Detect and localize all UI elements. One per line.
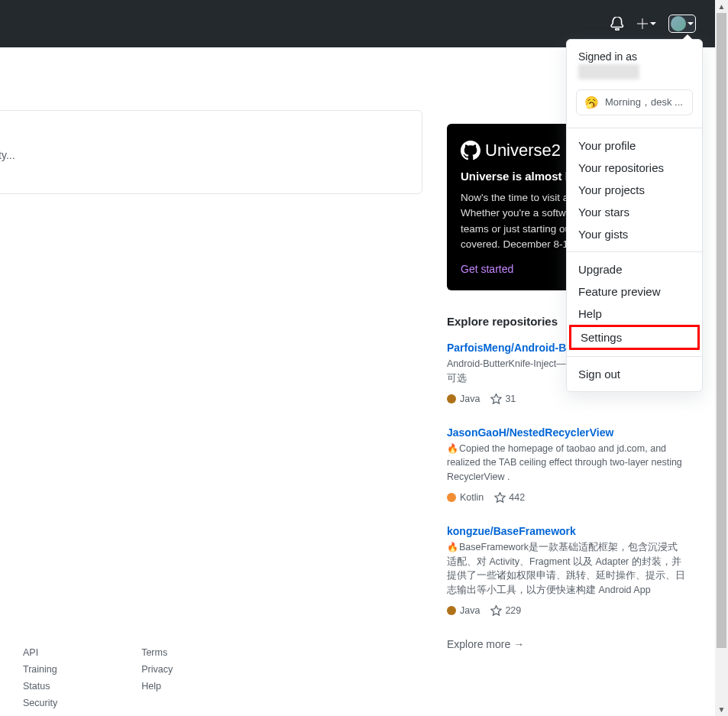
footer-link-training[interactable]: Training [23, 664, 57, 675]
repo-language: Java [447, 605, 480, 616]
caret-down-icon [650, 22, 656, 25]
dropdown-item-your-projects[interactable]: Your projects [567, 179, 702, 201]
caret-down-icon [688, 22, 694, 25]
notifications-icon[interactable] [610, 17, 624, 31]
activity-placeholder: tivity... [0, 149, 15, 161]
vertical-scrollbar[interactable]: ▲ ▼ [715, 0, 728, 716]
star-icon [490, 394, 502, 405]
user-dropdown-menu: Signed in as 🥱 Morning，desk ... Your pro… [566, 39, 703, 392]
repo-name-link[interactable]: ParfoisMeng/Android-Bu [447, 342, 573, 354]
dropdown-item-help[interactable]: Help [567, 303, 702, 325]
dropdown-item-upgrade[interactable]: Upgrade [567, 258, 702, 280]
repo-description: 🔥BaseFramework是一款基础适配框架，包含沉浸式适配、对 Activi… [447, 540, 687, 598]
scrollbar-thumb[interactable] [717, 13, 726, 648]
dropdown-item-your-stars[interactable]: Your stars [567, 201, 702, 223]
dropdown-item-sign-out[interactable]: Sign out [567, 363, 702, 385]
repo-star-count[interactable]: 31 [490, 394, 516, 405]
repo-star-count[interactable]: 229 [490, 605, 521, 617]
footer-link-security[interactable]: Security [23, 698, 57, 708]
user-avatar-dropdown[interactable] [668, 15, 696, 33]
repo-description: 🔥Copied the homepage of taobao and jd.co… [447, 442, 687, 484]
signed-in-as-label: Signed in as [567, 46, 702, 64]
page-footer: APITrainingStatusSecurity TermsPrivacyHe… [0, 647, 715, 716]
footer-link-help[interactable]: Help [141, 681, 173, 692]
dropdown-item-settings[interactable]: Settings [569, 325, 700, 350]
scroll-down-arrow-icon[interactable]: ▼ [715, 703, 728, 716]
promo-logo-text: Universe2 [485, 141, 561, 160]
repo-name-link[interactable]: JasonGaoH/NestedRecyclerView [447, 426, 613, 439]
footer-link-api[interactable]: API [23, 647, 57, 658]
status-emoji-icon: 🥱 [584, 96, 599, 109]
scroll-up-arrow-icon[interactable]: ▲ [715, 0, 728, 13]
create-new-dropdown[interactable] [636, 18, 656, 30]
repo-language: Kotlin [447, 492, 484, 503]
set-status-button[interactable]: 🥱 Morning，desk ... [576, 89, 693, 115]
footer-link-status[interactable]: Status [23, 681, 57, 692]
status-text: Morning，desk ... [605, 96, 683, 109]
dropdown-item-feature-preview[interactable]: Feature preview [567, 280, 702, 303]
dropdown-username [567, 64, 702, 86]
activity-feed-card: tivity... [0, 110, 422, 194]
star-icon [490, 605, 502, 617]
footer-link-terms[interactable]: Terms [141, 647, 173, 658]
dropdown-item-your-repositories[interactable]: Your repositories [567, 157, 702, 179]
star-icon [494, 492, 506, 504]
repo-name-link[interactable]: kongzue/BaseFramework [447, 525, 576, 537]
repo-item: kongzue/BaseFramework 🔥BaseFramework是一款基… [447, 525, 687, 617]
repo-item: JasonGaoH/NestedRecyclerView 🔥Copied the… [447, 426, 687, 504]
dropdown-item-your-profile[interactable]: Your profile [567, 134, 702, 157]
github-logo-icon [461, 141, 480, 160]
avatar [671, 16, 686, 31]
repo-star-count[interactable]: 442 [494, 492, 525, 504]
footer-link-privacy[interactable]: Privacy [141, 664, 173, 675]
dropdown-item-your-gists[interactable]: Your gists [567, 223, 702, 245]
repo-language: Java [447, 394, 480, 404]
